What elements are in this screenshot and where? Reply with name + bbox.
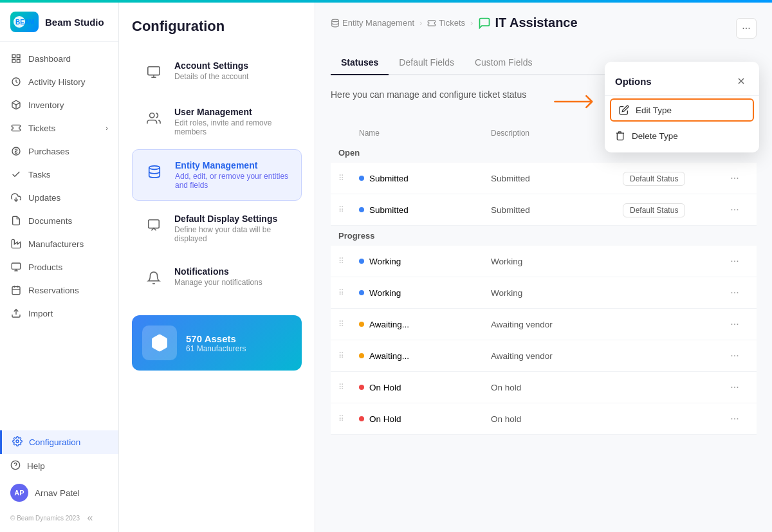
- status-name: Awaiting...: [359, 351, 491, 361]
- status-dot: [359, 322, 364, 327]
- users-icon: [142, 107, 165, 130]
- avatar: AP: [10, 484, 28, 502]
- sidebar-item-label: Help: [27, 461, 45, 471]
- gear-icon: [12, 436, 23, 448]
- pencil-icon: [619, 105, 629, 115]
- config-item-display-settings[interactable]: Default Display Settings Define how your…: [132, 203, 302, 253]
- row-menu-button[interactable]: ···: [726, 169, 744, 187]
- breadcrumb-tickets[interactable]: Tickets: [427, 18, 465, 28]
- config-item-title: Default Display Settings: [174, 214, 291, 224]
- config-item-text: Default Display Settings Define how your…: [174, 214, 291, 243]
- svg-point-27: [332, 19, 339, 22]
- drag-handle-icon[interactable]: ⠿: [338, 414, 359, 423]
- drag-handle-icon[interactable]: ⠿: [338, 257, 359, 266]
- options-header: Options: [605, 67, 759, 96]
- sidebar-item-help[interactable]: Help: [0, 454, 118, 478]
- status-name: Working: [359, 288, 491, 298]
- status-description: Working: [491, 257, 623, 266]
- row-menu-button[interactable]: ···: [726, 201, 744, 219]
- svg-rect-21: [148, 67, 160, 75]
- row-menu-button[interactable]: ···: [726, 378, 744, 396]
- asset-summary-box: 570 Assets 61 Manufacturers: [132, 315, 302, 371]
- sidebar-item-updates[interactable]: Updates: [0, 186, 118, 209]
- sidebar-item-products[interactable]: Products: [0, 255, 118, 279]
- config-item-account-settings[interactable]: Account Settings Details of the account: [132, 50, 302, 94]
- sidebar-item-import[interactable]: Import: [0, 302, 118, 325]
- sidebar-item-reservations[interactable]: Reservations: [0, 279, 118, 302]
- tab-custom-fields[interactable]: Custom Fields: [464, 51, 542, 75]
- config-panel: Configuration Account Settings Details o…: [119, 3, 315, 532]
- content-inner: Entity Management › Tickets › IT Assista…: [315, 3, 772, 448]
- clock-icon: [10, 76, 22, 87]
- svg-rect-13: [12, 287, 20, 295]
- row-menu-button[interactable]: ···: [726, 410, 744, 428]
- breadcrumb-entity-management[interactable]: Entity Management: [331, 18, 414, 28]
- options-item-edit-type[interactable]: Edit Type: [610, 98, 754, 122]
- row-menu-button[interactable]: ···: [726, 315, 744, 333]
- trash-icon: [615, 131, 625, 141]
- box-icon: [10, 99, 22, 111]
- sidebar-item-configuration[interactable]: Configuration: [0, 430, 118, 454]
- drag-handle-icon[interactable]: ⠿: [338, 174, 359, 183]
- sidebar-item-label: Configuration: [29, 437, 80, 447]
- config-item-text: User Management Edit roles, invite and r…: [174, 107, 291, 136]
- options-close-button[interactable]: [733, 73, 749, 89]
- sidebar-item-documents[interactable]: Documents: [0, 209, 118, 232]
- status-description: Working: [491, 288, 623, 298]
- col-description: Description: [491, 129, 623, 138]
- tab-default-fields[interactable]: Default Fields: [389, 51, 464, 75]
- config-item-title: User Management: [174, 107, 291, 117]
- drag-handle-icon[interactable]: ⠿: [338, 205, 359, 214]
- delete-type-label: Delete Type: [632, 131, 678, 141]
- more-options-button[interactable]: ···: [736, 18, 757, 39]
- grid-icon: [10, 53, 22, 64]
- config-item-subtitle: Add, edit, or remove your entities and f…: [175, 172, 291, 190]
- sidebar-item-tickets[interactable]: Tickets ›: [0, 116, 118, 140]
- sidebar-logo: BEAM Beam Studio: [0, 3, 118, 42]
- drag-handle-icon[interactable]: ⠿: [338, 288, 359, 297]
- drag-handle-icon[interactable]: ⠿: [338, 383, 359, 392]
- svg-rect-2: [12, 55, 15, 58]
- config-item-notifications[interactable]: Notifications Manage your notifications: [132, 256, 302, 300]
- config-item-subtitle: Edit roles, invite and remove members: [174, 118, 291, 136]
- status-name: On Hold: [359, 383, 491, 392]
- table-row: ⠿ On Hold On hold ···: [331, 372, 757, 403]
- config-item-subtitle: Define how your data will be displayed: [174, 225, 291, 243]
- sidebar-item-purchases[interactable]: Purchases: [0, 140, 118, 163]
- sidebar-item-manufacturers[interactable]: Manufacturers: [0, 232, 118, 255]
- user-profile[interactable]: AP Arnav Patel: [0, 478, 118, 508]
- row-menu-button[interactable]: ···: [726, 252, 744, 270]
- collapse-sidebar-button[interactable]: «: [82, 510, 98, 526]
- sidebar-item-label: Updates: [28, 193, 60, 203]
- row-menu-button[interactable]: ···: [726, 347, 744, 365]
- sidebar-item-label: Import: [28, 309, 53, 318]
- sidebar-item-label: Documents: [28, 216, 72, 226]
- status-name: Awaiting...: [359, 320, 491, 329]
- drag-handle-icon[interactable]: ⠿: [338, 351, 359, 360]
- row-menu-button[interactable]: ···: [726, 284, 744, 302]
- drag-handle-icon[interactable]: ⠿: [338, 320, 359, 329]
- status-dot: [359, 176, 364, 181]
- config-item-subtitle: Manage your notifications: [174, 278, 262, 287]
- user-name: Arnav Patel: [35, 488, 80, 498]
- options-item-delete-type[interactable]: Delete Type: [605, 124, 759, 147]
- tab-statuses[interactable]: Statuses: [331, 51, 389, 75]
- sidebar-item-inventory[interactable]: Inventory: [0, 93, 118, 116]
- sidebar-item-activity[interactable]: Activity History: [0, 70, 118, 93]
- config-item-subtitle: Details of the account: [174, 72, 248, 81]
- config-item-user-management[interactable]: User Management Edit roles, invite and r…: [132, 96, 302, 147]
- status-description: On hold: [491, 414, 623, 424]
- sidebar-item-dashboard[interactable]: Dashboard: [0, 47, 118, 70]
- sidebar-item-label: Tasks: [28, 170, 51, 179]
- sidebar-item-label: Products: [28, 262, 62, 272]
- status-dot: [359, 207, 364, 212]
- edit-type-label: Edit Type: [636, 105, 672, 115]
- check-icon: [10, 169, 22, 180]
- sidebar: BEAM Beam Studio Dashboard Activity Hist…: [0, 3, 119, 532]
- asset-text: 570 Assets 61 Manufacturers: [186, 333, 246, 353]
- config-item-entity-management[interactable]: Entity Management Add, edit, or remove y…: [132, 149, 302, 201]
- bell-icon: [142, 266, 165, 289]
- status-name: Submitted: [359, 174, 491, 183]
- sidebar-item-tasks[interactable]: Tasks: [0, 163, 118, 186]
- display-icon: [142, 214, 165, 237]
